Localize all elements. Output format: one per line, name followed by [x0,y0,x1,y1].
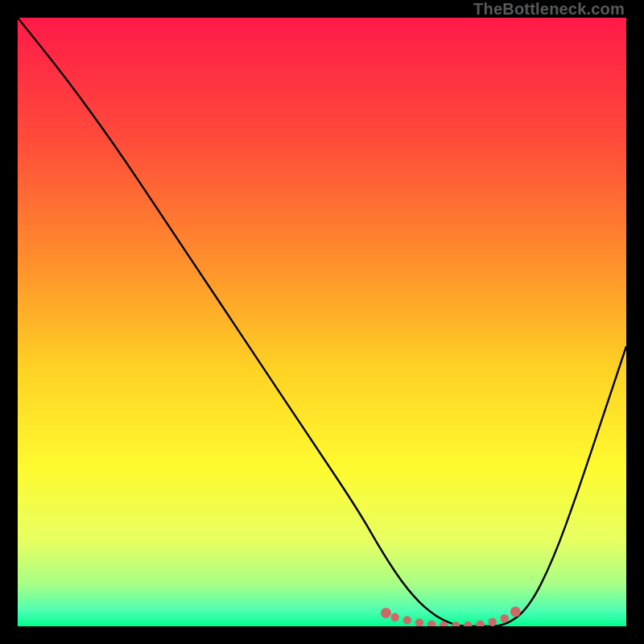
chart-frame [18,18,626,626]
sweet-spot-dot [476,621,484,627]
sweet-spot-dot [403,616,411,624]
sweet-spot-dot [427,621,436,627]
sweet-spot-dot [452,621,460,626]
sweet-spot-dot [510,606,521,617]
sweet-spot-dot [415,618,423,626]
sweet-spot-dot [381,608,391,618]
watermark-text: TheBottleneck.com [473,0,625,19]
sweet-spot-dot [391,613,399,621]
chart-curve-layer [18,18,626,626]
sweet-spot-dot [464,621,472,626]
sweet-spot-dot [501,614,509,622]
bottleneck-curve [18,18,626,626]
sweet-spot-dot [489,618,497,626]
